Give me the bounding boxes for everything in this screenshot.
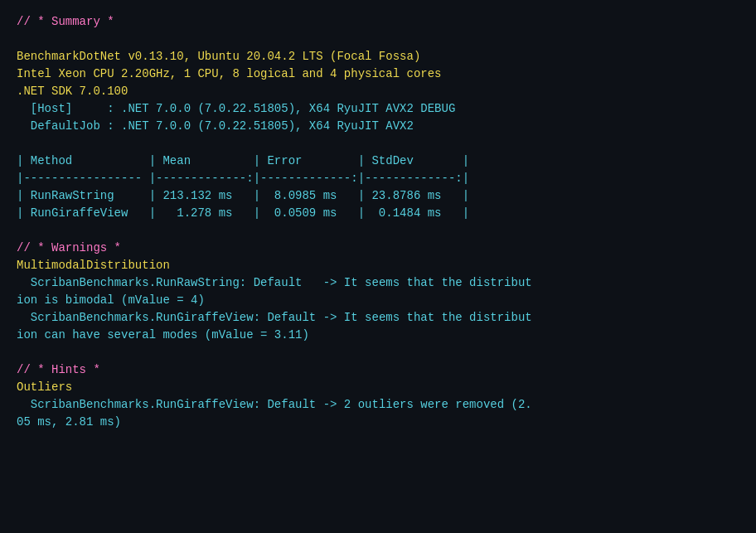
system-info-line-2: Intel Xeon CPU 2.20GHz, 1 CPU, 8 logical… [17, 67, 441, 80]
hints-title: Outliers [17, 380, 72, 394]
hints-line-2: 05 ms, 2.81 ms) [17, 415, 121, 429]
table-row-2: | RunGiraffeView | 1.278 ms | 0.0509 ms … [17, 206, 469, 220]
system-info-line-1: BenchmarkDotNet v0.13.10, Ubuntu 20.04.2… [17, 50, 420, 63]
host-line: [Host] : .NET 7.0.0 (7.0.22.51805), X64 … [17, 102, 455, 115]
warnings-line-3: ScribanBenchmarks.RunGiraffeView: Defaul… [17, 311, 532, 324]
warnings-comment: // * Warnings * [17, 241, 121, 254]
table-row-1: | RunRawString | 213.132 ms | 8.0985 ms … [17, 189, 469, 202]
warnings-line-2: ion is bimodal (mValue = 4) [17, 293, 205, 307]
terminal-output: // * Summary * BenchmarkDotNet v0.13.10,… [17, 13, 739, 431]
default-job-line: DefaultJob : .NET 7.0.0 (7.0.22.51805), … [17, 119, 414, 133]
hints-comment: // * Hints * [17, 363, 100, 376]
warnings-line-4: ion can have several modes (mValue = 3.1… [17, 328, 309, 342]
summary-comment: // * Summary * [17, 15, 114, 28]
table-separator: |----------------- |-------------:|-----… [17, 172, 469, 185]
warnings-title: MultimodalDistribution [17, 259, 170, 272]
system-info-line-3: .NET SDK 7.0.100 [17, 85, 128, 98]
table-header: | Method | Mean | Error | StdDev | [17, 154, 469, 167]
hints-line-1: ScribanBenchmarks.RunGiraffeView: Defaul… [17, 398, 532, 411]
warnings-line-1: ScribanBenchmarks.RunRawString: Default … [17, 276, 532, 289]
